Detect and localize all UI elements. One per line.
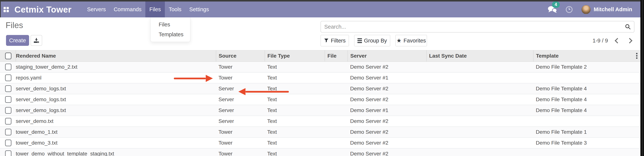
export-download-button[interactable] xyxy=(30,35,42,46)
row-checkbox[interactable] xyxy=(5,96,12,103)
search-icon[interactable] xyxy=(625,24,631,30)
row-checkbox[interactable] xyxy=(5,118,12,125)
cell-server: Demo Server #2 xyxy=(348,94,426,105)
cell-rendered_name: server_demo_logs.txt xyxy=(16,105,216,116)
table-row[interactable]: tower_demo_3.txtTowerTextDemo Server #2D… xyxy=(0,138,640,148)
optional-columns-icon[interactable] xyxy=(636,53,638,59)
row-select-cell xyxy=(0,127,16,138)
create-button[interactable]: Create xyxy=(6,35,29,46)
nav-item-servers[interactable]: Servers xyxy=(83,1,110,17)
cell-rendered_name: tower_demo_1.txt xyxy=(16,127,216,138)
pager: 1-9 / 9 xyxy=(592,35,632,46)
column-header-file[interactable]: File xyxy=(325,50,348,62)
column-header-template[interactable]: Template xyxy=(533,50,640,62)
row-checkbox[interactable] xyxy=(5,140,12,146)
cell-file xyxy=(325,127,348,138)
cell-server: Demo Server #2 xyxy=(348,116,426,127)
files-table: Rendered NameSourceFile TypeFileServerLa… xyxy=(0,50,640,156)
cell-last_sync_date xyxy=(426,127,533,138)
apps-menu-icon[interactable] xyxy=(4,7,9,12)
group-by-label: Group By xyxy=(364,38,387,44)
row-select-cell xyxy=(0,148,16,156)
cell-server: Demo Server #2 xyxy=(348,138,426,148)
cell-server: Demo Server #1 xyxy=(348,105,426,116)
cell-server: Demo Server #2 xyxy=(348,62,426,73)
cell-source: Server xyxy=(216,105,265,116)
select-all-checkbox[interactable] xyxy=(5,53,12,59)
nav-item-settings[interactable]: Settings xyxy=(185,1,213,17)
messages-button[interactable]: 4 xyxy=(547,5,558,14)
row-checkbox[interactable] xyxy=(5,107,12,114)
nav-item-files[interactable]: Files xyxy=(145,1,165,17)
star-icon: ★ xyxy=(396,38,402,43)
table-row[interactable]: server_demo_logs.txtServerTextDemo Serve… xyxy=(0,94,640,105)
search-input[interactable] xyxy=(321,24,625,30)
cell-file xyxy=(325,94,348,105)
table-row[interactable]: server_demo_logs.txtServerTextDemo Serve… xyxy=(0,83,640,94)
table-row[interactable]: tower_demo_1.txtTowerTextDemo Server #2D… xyxy=(0,127,640,138)
table-row[interactable]: repos.yamlTowerTextDemo Server #1 xyxy=(0,72,640,83)
filters-button[interactable]: Filters xyxy=(320,35,349,46)
cell-rendered_name: tower_demo_3.txt xyxy=(16,138,216,148)
table-row[interactable]: server_demo_logs.txtServerTextDemo Serve… xyxy=(0,105,640,116)
cell-rendered_name: server_demo_logs.txt xyxy=(16,94,216,105)
row-select-cell xyxy=(0,116,16,127)
table-row[interactable]: server_demo.txtServerTextDemo Server #2 xyxy=(0,116,640,127)
nav-item-tools[interactable]: Tools xyxy=(165,1,186,17)
column-header-source[interactable]: Source xyxy=(216,50,265,62)
row-checkbox[interactable] xyxy=(5,85,12,92)
cell-template: Demo File Template 4 xyxy=(533,83,640,94)
table-row[interactable]: staging_tower_demo_2.txtTowerTextDemo Se… xyxy=(0,62,640,73)
dropdown-item-templates[interactable]: Templates xyxy=(150,30,190,39)
cell-last_sync_date xyxy=(426,62,533,73)
user-menu[interactable]: Mitchell Admin xyxy=(594,6,632,12)
nav-item-label: Commands xyxy=(114,6,142,12)
files-list-view: Rendered NameSourceFile TypeFileServerLa… xyxy=(0,50,640,156)
nav-item-commands[interactable]: Commands xyxy=(110,1,145,17)
page-title: Files xyxy=(6,21,23,30)
row-select-cell xyxy=(0,94,16,105)
activities-clock-icon[interactable] xyxy=(566,6,572,13)
group-by-button[interactable]: Group By xyxy=(354,35,390,46)
favorites-button[interactable]: ★ Favorites xyxy=(395,35,427,46)
cell-source: Tower xyxy=(216,72,265,83)
navbar-right-cluster: 4 Mitchell Admin xyxy=(547,1,632,17)
cell-file_type: Text xyxy=(265,62,325,73)
cell-last_sync_date xyxy=(426,72,533,83)
row-checkbox[interactable] xyxy=(5,75,12,81)
user-avatar[interactable] xyxy=(582,5,590,14)
row-select-cell xyxy=(0,138,16,148)
column-header-last-sync-date[interactable]: Last Sync Date xyxy=(426,50,533,62)
pager-range: 1-9 / 9 xyxy=(592,38,608,44)
annotation-arrow-left xyxy=(238,88,289,95)
cell-last_sync_date xyxy=(426,148,533,156)
window-right-edge xyxy=(640,0,644,156)
row-checkbox[interactable] xyxy=(5,150,12,156)
cell-server: Demo Server #1 xyxy=(348,72,426,83)
pager-previous-icon[interactable] xyxy=(615,38,620,43)
cell-file xyxy=(325,83,348,94)
app-brand[interactable]: Cetmix Tower xyxy=(14,4,72,15)
cell-source: Server xyxy=(216,116,265,127)
filters-label: Filters xyxy=(331,38,346,44)
column-header-file-type[interactable]: File Type xyxy=(265,50,325,62)
cell-file_type: Text xyxy=(265,148,325,156)
cell-template: Demo File Template 4 xyxy=(533,105,640,116)
table-row[interactable]: tower_demo_without_template_staging.txtT… xyxy=(0,148,640,156)
row-checkbox[interactable] xyxy=(5,64,12,70)
cell-source: Tower xyxy=(216,127,265,138)
dropdown-item-files[interactable]: Files xyxy=(150,20,190,30)
nav-item-label: Tools xyxy=(169,6,182,12)
select-all-header xyxy=(0,50,16,62)
cell-source: Tower xyxy=(216,138,265,148)
cell-file_type: Text xyxy=(265,105,325,116)
column-header-rendered-name[interactable]: Rendered Name xyxy=(16,50,216,62)
cell-file xyxy=(325,138,348,148)
column-header-server[interactable]: Server xyxy=(348,50,426,62)
cell-file_type: Text xyxy=(265,127,325,138)
row-checkbox[interactable] xyxy=(5,129,12,135)
cell-server: Demo Server #2 xyxy=(348,127,426,138)
cell-file xyxy=(325,148,348,156)
pager-next-icon[interactable] xyxy=(627,38,632,43)
cell-file xyxy=(325,62,348,73)
